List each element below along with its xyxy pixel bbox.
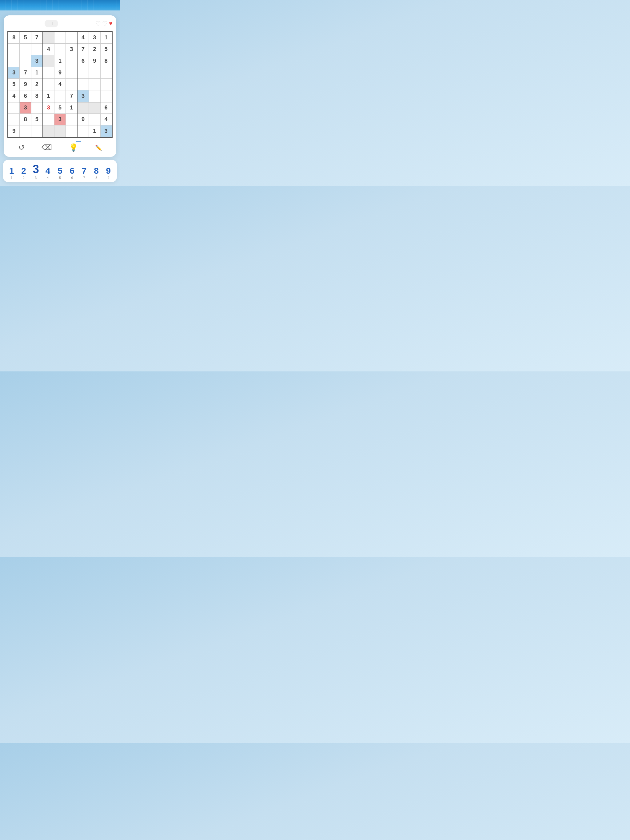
num-item-6[interactable]: 66	[66, 166, 78, 180]
cell-r7-c2[interactable]: 5	[31, 114, 43, 125]
cell-r4-c6[interactable]	[77, 79, 89, 90]
cell-r4-c5[interactable]	[66, 79, 77, 90]
pause-icon[interactable]: ⏸	[51, 21, 54, 26]
cell-r1-c5[interactable]: 3	[66, 44, 77, 55]
cell-r0-c8[interactable]: 1	[100, 32, 112, 44]
cell-r4-c8[interactable]	[100, 79, 112, 90]
cell-r7-c3[interactable]	[43, 114, 54, 125]
cell-r0-c4[interactable]	[54, 32, 65, 44]
cell-r1-c8[interactable]: 5	[100, 44, 112, 55]
cell-r5-c4[interactable]	[54, 90, 65, 102]
num-item-5[interactable]: 55	[54, 166, 66, 180]
cell-r0-c5[interactable]	[66, 32, 77, 44]
cell-r4-c2[interactable]: 2	[31, 79, 43, 90]
undo-button[interactable]: ↺	[19, 143, 25, 152]
cell-r2-c0[interactable]	[8, 55, 20, 67]
cell-r6-c7[interactable]	[89, 102, 100, 114]
cell-r5-c7[interactable]	[89, 90, 100, 102]
cell-r1-c1[interactable]	[20, 44, 31, 55]
cell-r8-c3[interactable]	[43, 125, 54, 137]
cell-r8-c5[interactable]	[66, 125, 77, 137]
num-item-4[interactable]: 44	[42, 166, 54, 180]
cell-r0-c7[interactable]: 3	[89, 32, 100, 44]
cell-r0-c2[interactable]: 7	[31, 32, 43, 44]
cell-r6-c2[interactable]	[31, 102, 43, 114]
cell-r4-c0[interactable]: 5	[8, 79, 20, 90]
cell-r8-c4[interactable]	[54, 125, 65, 137]
cell-r5-c5[interactable]: 7	[66, 90, 77, 102]
cell-r3-c3[interactable]	[43, 67, 54, 79]
cell-r3-c6[interactable]	[77, 67, 89, 79]
cell-r2-c4[interactable]: 1	[54, 55, 65, 67]
timer-pill: ⏸	[44, 20, 58, 27]
cell-r6-c5[interactable]: 1	[66, 102, 77, 114]
cell-r6-c4[interactable]: 5	[54, 102, 65, 114]
cell-r2-c7[interactable]: 9	[89, 55, 100, 67]
hint-button[interactable]: 💡	[69, 143, 78, 152]
cell-r4-c1[interactable]: 9	[20, 79, 31, 90]
cell-r2-c5[interactable]	[66, 55, 77, 67]
hint-badge	[76, 141, 81, 142]
cell-r1-c3[interactable]: 4	[43, 44, 54, 55]
cell-r4-c3[interactable]	[43, 79, 54, 90]
heart-3: ♥	[109, 20, 112, 27]
cell-r2-c2[interactable]: 3	[31, 55, 43, 67]
cell-r3-c7[interactable]	[89, 67, 100, 79]
cell-r3-c2[interactable]: 1	[31, 67, 43, 79]
cell-r7-c8[interactable]: 4	[100, 114, 112, 125]
cell-r8-c1[interactable]	[20, 125, 31, 137]
cell-r5-c2[interactable]: 8	[31, 90, 43, 102]
cell-r0-c6[interactable]: 4	[77, 32, 89, 44]
cell-r8-c7[interactable]: 1	[89, 125, 100, 137]
cell-r3-c1[interactable]: 7	[20, 67, 31, 79]
cell-r1-c7[interactable]: 2	[89, 44, 100, 55]
num-item-3[interactable]: 33	[30, 163, 42, 180]
cell-r6-c1[interactable]: 3	[20, 102, 31, 114]
cell-r3-c5[interactable]	[66, 67, 77, 79]
cell-r6-c0[interactable]	[8, 102, 20, 114]
num-item-2[interactable]: 22	[17, 166, 30, 180]
cell-r5-c8[interactable]	[100, 90, 112, 102]
cell-r5-c3[interactable]: 1	[43, 90, 54, 102]
heart-2: ♡	[102, 20, 108, 27]
cell-r0-c3[interactable]	[43, 32, 54, 44]
cell-r7-c4[interactable]: 3	[54, 114, 65, 125]
num-item-8[interactable]: 88	[90, 166, 102, 180]
cell-r2-c8[interactable]: 8	[100, 55, 112, 67]
cell-r0-c1[interactable]: 5	[20, 32, 31, 44]
cell-r2-c1[interactable]	[20, 55, 31, 67]
cell-r8-c6[interactable]	[77, 125, 89, 137]
cell-r7-c6[interactable]: 9	[77, 114, 89, 125]
cell-r5-c6[interactable]: 3	[77, 90, 89, 102]
cell-r6-c8[interactable]: 6	[100, 102, 112, 114]
cell-r8-c2[interactable]	[31, 125, 43, 137]
cell-r7-c5[interactable]	[66, 114, 77, 125]
cell-r1-c0[interactable]	[8, 44, 20, 55]
num-item-9[interactable]: 99	[103, 166, 114, 180]
cell-r5-c0[interactable]: 4	[8, 90, 20, 102]
cell-r7-c1[interactable]: 8	[20, 114, 31, 125]
cell-r1-c6[interactable]: 7	[77, 44, 89, 55]
cell-r1-c2[interactable]	[31, 44, 43, 55]
num-count-7: 7	[83, 176, 85, 180]
cell-r4-c7[interactable]	[89, 79, 100, 90]
cell-r3-c8[interactable]	[100, 67, 112, 79]
erase-button[interactable]: ⌫	[41, 143, 52, 152]
cell-r5-c1[interactable]: 6	[20, 90, 31, 102]
cell-r4-c4[interactable]: 4	[54, 79, 65, 90]
num-item-7[interactable]: 77	[78, 166, 90, 180]
cell-r6-c6[interactable]	[77, 102, 89, 114]
num-item-1[interactable]: 11	[6, 166, 17, 180]
cell-r3-c4[interactable]: 9	[54, 67, 65, 79]
cell-r0-c0[interactable]: 8	[8, 32, 20, 44]
cell-r7-c0[interactable]	[8, 114, 20, 125]
cell-r8-c0[interactable]: 9	[8, 125, 20, 137]
cell-r6-c3[interactable]: 3	[43, 102, 54, 114]
cell-r8-c8[interactable]: 3	[100, 125, 112, 137]
cell-r3-c0[interactable]: 3	[8, 67, 20, 79]
cell-r2-c6[interactable]: 6	[77, 55, 89, 67]
notes-button[interactable]: ✏️	[95, 144, 102, 151]
cell-r7-c7[interactable]	[89, 114, 100, 125]
cell-r2-c3[interactable]	[43, 55, 54, 67]
cell-r1-c4[interactable]	[54, 44, 65, 55]
